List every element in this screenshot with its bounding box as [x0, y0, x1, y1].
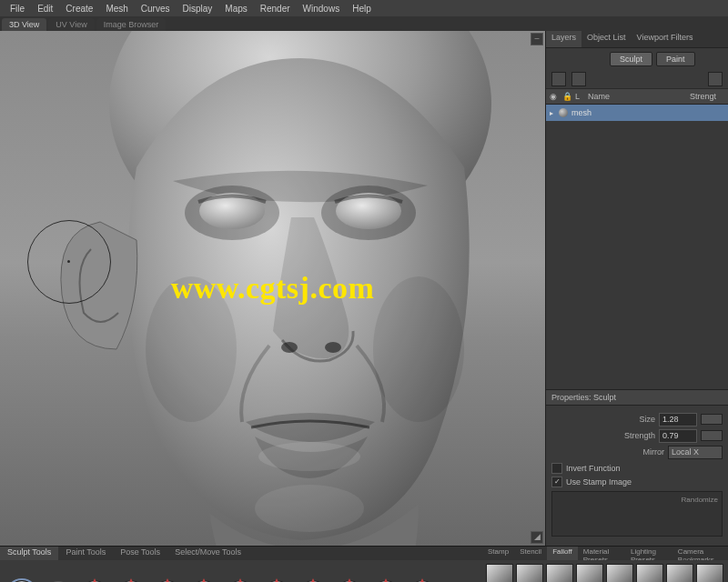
tab-stencil[interactable]: Stencil	[514, 547, 547, 560]
menu-maps[interactable]: Maps	[218, 2, 253, 15]
layer-row-mesh[interactable]: ▸ mesh	[546, 105, 728, 121]
tab-camera-bookmarks[interactable]: Camera Bookmarks	[672, 547, 728, 560]
falloff-preset[interactable]	[606, 564, 633, 582]
tab-viewport-filters[interactable]: Viewport Filters	[632, 31, 699, 47]
svg-point-10	[373, 276, 464, 422]
menu-help[interactable]: Help	[346, 2, 378, 15]
right-panel: Layers Object List Viewport Filters Scul…	[545, 31, 728, 546]
viewport-3d[interactable]: www.cgtsj.com – ◢	[0, 31, 545, 546]
falloff-preset[interactable]	[576, 564, 603, 582]
presets-tray: Stamp Stencil Falloff Material Presets L…	[482, 547, 728, 582]
menu-render[interactable]: Render	[254, 2, 297, 15]
falloff-preset[interactable]	[696, 564, 723, 582]
checkbox-icon[interactable]	[551, 477, 562, 487]
strength-value[interactable]: 0.79	[659, 429, 697, 443]
col-visibility[interactable]: ◉	[550, 92, 562, 101]
use-stamp-label: Use Stamp Image	[566, 477, 632, 487]
menu-display[interactable]: Display	[177, 2, 219, 15]
svg-point-5	[281, 342, 298, 353]
properties-header[interactable]: Properties: Sculpt	[546, 389, 728, 406]
use-stamp-image[interactable]: Use Stamp Image	[551, 477, 723, 487]
falloff-preset[interactable]	[516, 564, 543, 582]
layer-name: mesh	[571, 108, 592, 117]
svg-point-8	[255, 485, 364, 532]
view-tabs: 3D View UV View Image Browser	[0, 16, 728, 31]
menu-windows[interactable]: Windows	[297, 2, 347, 15]
tab-image-browser[interactable]: Image Browser	[96, 18, 167, 31]
layer-new-icon[interactable]	[551, 72, 566, 86]
size-label: Size	[551, 415, 655, 424]
stamp-preview[interactable]: Randomize	[551, 491, 723, 537]
tab-pose-tools[interactable]: Pose Tools	[113, 547, 167, 560]
strength-slider[interactable]	[701, 430, 723, 441]
size-slider[interactable]	[701, 414, 723, 425]
tab-material-presets[interactable]: Material Presets	[578, 547, 625, 560]
viewport-corner[interactable]: ◢	[531, 531, 543, 544]
menu-edit[interactable]: Edit	[31, 2, 59, 15]
tab-uv-view[interactable]: UV View	[48, 18, 94, 31]
mode-sculpt[interactable]: Sculpt	[610, 52, 652, 66]
invert-function[interactable]: Invert Function	[551, 463, 723, 474]
viewport-minimize[interactable]: –	[531, 33, 543, 45]
falloff-preset[interactable]	[486, 564, 513, 582]
tab-falloff[interactable]: Falloff	[547, 547, 578, 560]
layer-delete-icon[interactable]	[571, 72, 586, 86]
falloff-preset[interactable]	[636, 564, 663, 582]
layer-list-body[interactable]	[546, 121, 728, 389]
tab-select-move-tools[interactable]: Select/Move Tools	[167, 547, 248, 560]
properties-body: Size 1.28 Strength 0.79 Mirror Local X I…	[546, 406, 728, 546]
mode-paint[interactable]: Paint	[656, 52, 695, 66]
tab-stamp[interactable]: Stamp	[482, 547, 514, 560]
tab-3d-view[interactable]: 3D View	[2, 18, 46, 31]
col-lock[interactable]: 🔒	[562, 92, 575, 101]
size-value[interactable]: 1.28	[659, 413, 697, 426]
menubar: File Edit Create Mesh Curves Display Map…	[0, 0, 728, 16]
tab-paint-tools[interactable]: Paint Tools	[58, 547, 113, 560]
col-strength[interactable]: Strengt	[690, 92, 724, 101]
tab-sculpt-tools[interactable]: Sculpt Tools	[0, 547, 58, 560]
layer-options-icon[interactable]	[708, 72, 723, 86]
menu-mesh[interactable]: Mesh	[99, 2, 134, 15]
svg-point-6	[325, 342, 341, 353]
menu-curves[interactable]: Curves	[135, 2, 177, 15]
mirror-label: Mirror	[551, 447, 664, 457]
col-l[interactable]: L	[575, 92, 588, 101]
menu-file[interactable]: File	[4, 2, 31, 15]
mesh-icon	[559, 108, 568, 117]
falloff-preset[interactable]	[546, 564, 573, 582]
tab-layers[interactable]: Layers	[546, 31, 581, 47]
col-name[interactable]: Name	[588, 92, 690, 101]
invert-label: Invert Function	[566, 464, 621, 473]
strength-label: Strength	[551, 431, 655, 440]
expand-icon[interactable]: ▸	[550, 109, 553, 117]
randomize-label: Randomize	[682, 496, 718, 504]
watermark: www.cgtsj.com	[171, 271, 375, 306]
mirror-combo[interactable]: Local X	[668, 446, 723, 459]
tab-lighting-presets[interactable]: Lighting Presets	[625, 547, 672, 560]
brush-center	[67, 260, 70, 263]
tab-object-list[interactable]: Object List	[581, 31, 632, 47]
tool-tray: Sculpt Tools Paint Tools Pose Tools Sele…	[0, 547, 482, 582]
menu-create[interactable]: Create	[59, 2, 99, 15]
svg-point-7	[258, 442, 360, 471]
falloff-preset[interactable]	[666, 564, 693, 582]
checkbox-icon[interactable]	[551, 463, 562, 474]
layer-list-header: ◉ 🔒 L Name Strengt	[546, 89, 728, 105]
